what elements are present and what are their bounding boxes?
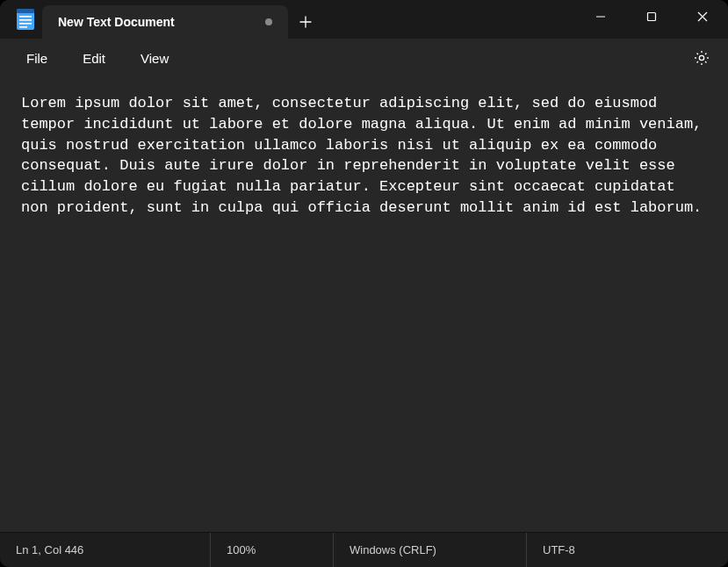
modified-indicator-icon[interactable] — [265, 18, 272, 25]
minimize-icon — [595, 11, 606, 22]
status-line-ending[interactable]: Windows (CRLF) — [334, 533, 527, 567]
plus-icon — [299, 16, 312, 28]
notepad-window: New Text Document File Edit View — [0, 0, 728, 567]
new-tab-button[interactable] — [288, 5, 323, 39]
svg-rect-4 — [19, 23, 32, 25]
settings-button[interactable] — [684, 44, 719, 72]
notepad-icon — [16, 8, 35, 31]
close-button[interactable] — [677, 0, 728, 33]
minimize-button[interactable] — [575, 0, 626, 33]
statusbar: Ln 1, Col 446 100% Windows (CRLF) UTF-8 — [0, 532, 728, 567]
svg-rect-1 — [17, 9, 34, 13]
menu-view[interactable]: View — [123, 46, 186, 71]
close-icon — [697, 11, 708, 22]
document-tab[interactable]: New Text Document — [42, 5, 288, 39]
maximize-button[interactable] — [626, 0, 677, 33]
menubar: File Edit View — [0, 39, 728, 77]
menu-edit[interactable]: Edit — [65, 46, 123, 71]
editor-text[interactable]: Lorem ipsum dolor sit amet, consectetur … — [21, 93, 707, 219]
menu-file[interactable]: File — [9, 46, 65, 71]
status-cursor-position[interactable]: Ln 1, Col 446 — [0, 533, 211, 567]
maximize-icon — [646, 11, 657, 22]
gear-icon — [693, 49, 710, 67]
app-icon — [0, 0, 42, 39]
editor-area[interactable]: Lorem ipsum dolor sit amet, consectetur … — [0, 77, 728, 532]
status-zoom[interactable]: 100% — [211, 533, 334, 567]
status-encoding[interactable]: UTF-8 — [527, 533, 728, 567]
window-controls — [575, 0, 728, 39]
svg-point-7 — [699, 55, 703, 60]
svg-rect-2 — [19, 16, 32, 18]
svg-rect-3 — [19, 19, 32, 21]
tab-title: New Text Document — [58, 15, 265, 29]
svg-rect-6 — [648, 13, 656, 21]
titlebar: New Text Document — [0, 0, 728, 39]
svg-rect-5 — [19, 26, 27, 28]
